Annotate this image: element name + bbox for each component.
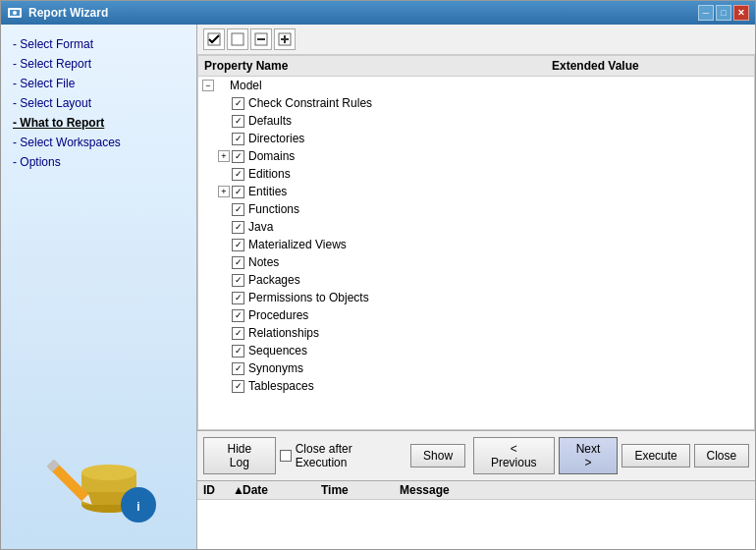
sidebar-item-select-file[interactable]: - Select File bbox=[1, 74, 196, 93]
spacer bbox=[218, 345, 230, 357]
tree-row[interactable]: Synonyms bbox=[198, 359, 754, 377]
tree-row-label: Permissions to Objects bbox=[248, 291, 754, 304]
show-button[interactable]: Show bbox=[410, 444, 465, 468]
tree-row[interactable]: Editions bbox=[198, 165, 754, 183]
tree-row[interactable]: Packages bbox=[198, 271, 754, 289]
tree-row[interactable]: + Domains bbox=[198, 147, 754, 165]
tree-row-label: Packages bbox=[248, 273, 754, 287]
tree-row-label: Notes bbox=[248, 255, 754, 269]
hide-log-button[interactable]: Hide Log bbox=[203, 437, 276, 474]
previous-button[interactable]: < Previous bbox=[473, 437, 555, 474]
spacer bbox=[218, 309, 230, 321]
tree-checkbox[interactable] bbox=[232, 345, 244, 358]
tree-row-label: Domains bbox=[248, 149, 754, 163]
spacer bbox=[218, 239, 230, 250]
close-after-label: Close after Execution bbox=[280, 442, 406, 469]
tree-checkbox[interactable] bbox=[232, 168, 244, 181]
spacer bbox=[218, 97, 230, 109]
svg-point-2 bbox=[13, 11, 17, 15]
tree-row[interactable]: Directories bbox=[198, 130, 754, 147]
tree-checkbox[interactable] bbox=[232, 309, 244, 322]
tree-scroll[interactable]: − Model Check Constraint Rules bbox=[198, 77, 754, 429]
report-wizard-window: Report Wizard ─ □ ✕ - Select Format - Se… bbox=[0, 0, 756, 550]
sidebar-item-options[interactable]: - Options bbox=[1, 152, 196, 172]
spacer bbox=[218, 327, 230, 339]
sidebar-item-select-format[interactable]: - Select Format bbox=[1, 34, 196, 54]
check-all-button[interactable] bbox=[203, 28, 225, 50]
tree-checkbox[interactable] bbox=[232, 327, 244, 340]
uncheck-all-button[interactable] bbox=[227, 28, 248, 50]
sidebar-icon: i bbox=[35, 421, 163, 529]
close-after-text: Close after Execution bbox=[296, 442, 406, 469]
spacer bbox=[216, 80, 228, 91]
execute-button[interactable]: Execute bbox=[621, 444, 689, 468]
tree-row-label: Directories bbox=[248, 132, 754, 145]
tree-row[interactable]: Functions bbox=[198, 200, 754, 218]
tree-checkbox[interactable] bbox=[232, 115, 244, 128]
expand-all-button[interactable] bbox=[274, 28, 296, 50]
close-window-button[interactable]: ✕ bbox=[733, 5, 749, 21]
log-id-header: ID bbox=[203, 483, 233, 497]
log-area: ID ▲ Date Time Message bbox=[197, 480, 755, 549]
tree-checkbox[interactable] bbox=[232, 133, 244, 145]
tree-row-label: Java bbox=[248, 220, 754, 234]
extended-value-header: Extended Value bbox=[552, 59, 748, 73]
tree-row-label: Relationships bbox=[248, 326, 754, 340]
tree-row[interactable]: Check Constraint Rules bbox=[198, 94, 754, 112]
tree-checkbox[interactable] bbox=[232, 380, 244, 393]
close-after-checkbox[interactable] bbox=[280, 450, 292, 462]
log-date-header: Date bbox=[243, 483, 321, 497]
tree-checkbox[interactable] bbox=[232, 292, 244, 304]
tree-row[interactable]: Tablespaces bbox=[198, 377, 754, 395]
tree-checkbox[interactable] bbox=[232, 97, 244, 110]
log-message-header: Message bbox=[400, 483, 749, 497]
log-header: ID ▲ Date Time Message bbox=[197, 481, 755, 500]
sidebar: - Select Format - Select Report - Select… bbox=[1, 25, 197, 549]
tree-checkbox[interactable] bbox=[232, 150, 244, 163]
tree-checkbox[interactable] bbox=[232, 239, 244, 251]
expand-domains-button[interactable]: + bbox=[218, 150, 230, 162]
right-panel: Property Name Extended Value − Model Che bbox=[197, 25, 755, 549]
tree-checkbox[interactable] bbox=[232, 221, 244, 234]
spacer bbox=[218, 133, 230, 144]
minimize-button[interactable]: ─ bbox=[698, 5, 714, 21]
next-button[interactable]: Next > bbox=[559, 437, 619, 474]
tree-row[interactable]: Relationships bbox=[198, 324, 754, 342]
tree-checkbox[interactable] bbox=[232, 274, 244, 287]
tree-row[interactable]: + Entities bbox=[198, 183, 754, 200]
maximize-button[interactable]: □ bbox=[716, 5, 731, 21]
sidebar-item-select-workspaces[interactable]: - Select Workspaces bbox=[1, 133, 196, 152]
window-controls: ─ □ ✕ bbox=[698, 5, 749, 21]
sidebar-illustration: i bbox=[1, 172, 196, 539]
tree-header: Property Name Extended Value bbox=[198, 56, 754, 77]
tree-row[interactable]: Sequences bbox=[198, 342, 754, 359]
tree-row[interactable]: − Model bbox=[198, 77, 754, 94]
tree-row[interactable]: Materialized Views bbox=[198, 236, 754, 253]
spacer bbox=[218, 256, 230, 268]
close-button[interactable]: Close bbox=[694, 444, 750, 468]
sidebar-item-what-to-report[interactable]: - What to Report bbox=[1, 113, 196, 133]
tree-checkbox[interactable] bbox=[232, 203, 244, 216]
svg-text:i: i bbox=[136, 500, 139, 514]
window-icon bbox=[7, 5, 23, 21]
spacer bbox=[218, 274, 230, 286]
tree-checkbox[interactable] bbox=[232, 186, 244, 198]
log-rows bbox=[197, 500, 755, 549]
tree-row[interactable]: Defaults bbox=[198, 112, 754, 130]
tree-area: Property Name Extended Value − Model Che bbox=[197, 55, 755, 430]
tree-checkbox[interactable] bbox=[232, 256, 244, 269]
tree-row[interactable]: Permissions to Objects bbox=[198, 289, 754, 306]
tree-row-label: Tablespaces bbox=[248, 379, 754, 393]
expand-model-button[interactable]: − bbox=[202, 80, 214, 91]
sidebar-item-select-layout[interactable]: - Select Layout bbox=[1, 93, 196, 113]
expand-entities-button[interactable]: + bbox=[218, 186, 230, 197]
tree-row-label: Defaults bbox=[248, 114, 754, 128]
tree-row[interactable]: Notes bbox=[198, 253, 754, 271]
property-name-header: Property Name bbox=[204, 59, 552, 73]
tree-checkbox[interactable] bbox=[232, 362, 244, 375]
tree-row[interactable]: Procedures bbox=[198, 306, 754, 324]
sidebar-item-select-report[interactable]: - Select Report bbox=[1, 54, 196, 74]
tree-row[interactable]: Java bbox=[198, 218, 754, 236]
spacer bbox=[218, 362, 230, 374]
collapse-all-button[interactable] bbox=[250, 28, 272, 50]
